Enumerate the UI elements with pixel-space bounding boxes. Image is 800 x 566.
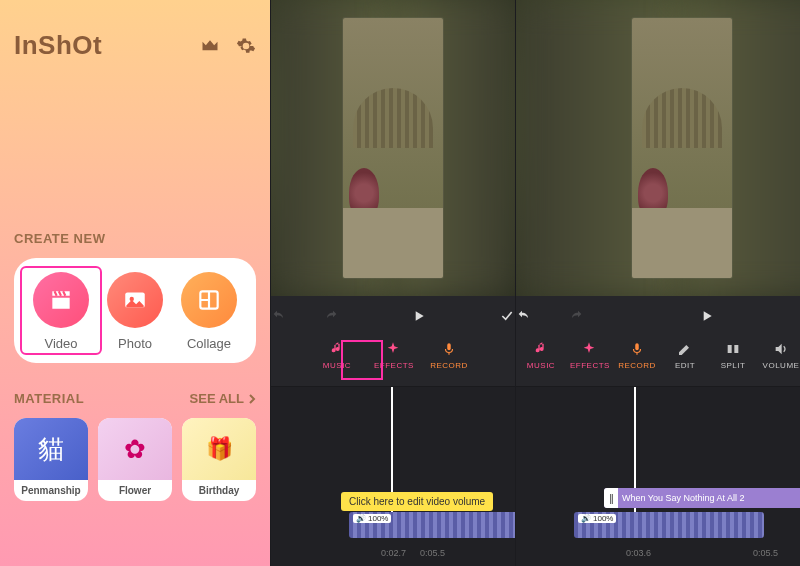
timeline[interactable]: ‖ When You Say Nothing At All 2 🔊 100% 0… <box>516 386 800 566</box>
audio-clip-title: When You Say Nothing At All 2 <box>622 493 745 503</box>
create-label: Video <box>24 336 98 351</box>
redo-icon[interactable] <box>323 308 339 324</box>
video-clip[interactable]: 🔊 100% <box>349 512 519 538</box>
split-icon <box>714 340 752 358</box>
undo-icon[interactable] <box>271 308 287 324</box>
material-label: Birthday <box>182 480 256 501</box>
material-thumb: 貓 <box>14 418 88 480</box>
material-card-birthday[interactable]: 🎁 Birthday <box>182 418 256 501</box>
confirm-icon[interactable] <box>499 308 515 324</box>
volume-hint[interactable]: Click here to edit video volume <box>341 492 493 511</box>
pencil-icon <box>666 340 704 358</box>
tool-record[interactable]: RECORD <box>618 340 656 370</box>
material-label: Penmanship <box>14 480 88 501</box>
app-logo: InShOt <box>14 30 102 61</box>
time-ruler: 0:02.70:05.5 <box>271 548 515 558</box>
brand-row: InShOt <box>14 30 256 61</box>
svg-rect-5 <box>728 345 732 353</box>
playback-row <box>271 296 515 336</box>
material-card-flower[interactable]: ✿ Flower <box>98 418 172 501</box>
sidebar: InShOt CREATE NEW Video Photo <box>0 0 270 566</box>
create-collage-button[interactable]: Collage <box>172 272 246 351</box>
material-thumb: 🎁 <box>182 418 256 480</box>
video-preview[interactable] <box>516 0 800 296</box>
play-button[interactable] <box>411 308 427 324</box>
undo-button[interactable] <box>516 308 532 324</box>
tool-split[interactable]: SPLIT <box>714 340 752 370</box>
volume-badge: 🔊 100% <box>578 514 616 523</box>
create-photo-button[interactable]: Photo <box>98 272 172 351</box>
tool-volume[interactable]: VOLUME <box>762 340 800 370</box>
play-button[interactable] <box>699 308 715 324</box>
material-card-penmanship[interactable]: 貓 Penmanship <box>14 418 88 501</box>
audio-clip[interactable]: ‖ When You Say Nothing At All 2 <box>604 488 800 508</box>
time-ruler: 0:03.60:05.5 <box>516 548 800 558</box>
material-label: Flower <box>98 480 172 501</box>
editor-panel-right: MUSIC EFFECTS RECORD EDIT SPLIT VOLUME <box>515 0 800 566</box>
mic-icon <box>618 340 656 358</box>
tool-music[interactable]: MUSIC <box>522 340 560 370</box>
highlight-music <box>341 340 383 380</box>
video-preview[interactable] <box>271 0 515 296</box>
svg-rect-3 <box>447 343 451 350</box>
tool-row: MUSIC EFFECTS RECORD EDIT SPLIT VOLUME <box>516 336 800 386</box>
video-clip[interactable]: 🔊 100% <box>574 512 764 538</box>
material-thumb: ✿ <box>98 418 172 480</box>
chevron-right-icon <box>248 394 256 404</box>
photo-icon <box>107 272 163 328</box>
create-new-card: Video Photo Collage <box>14 258 256 363</box>
see-all-button[interactable]: SEE ALL <box>190 391 256 406</box>
video-frame <box>343 18 443 278</box>
editor-panel-left: MUSIC EFFECTS RECORD Click here to edit … <box>270 0 515 566</box>
tool-effects[interactable]: EFFECTS <box>570 340 608 370</box>
svg-rect-4 <box>635 343 639 350</box>
material-heading: MATERIAL <box>14 391 84 406</box>
gear-icon[interactable] <box>236 36 256 56</box>
tool-record[interactable]: RECORD <box>430 340 468 370</box>
volume-badge: 🔊 100% <box>353 514 391 523</box>
create-label: Collage <box>172 336 246 351</box>
clip-handle[interactable]: ‖ <box>604 488 618 508</box>
speaker-icon <box>762 340 800 358</box>
tool-row: MUSIC EFFECTS RECORD <box>271 336 515 386</box>
clapperboard-icon <box>33 272 89 328</box>
video-frame <box>632 18 732 278</box>
create-label: Photo <box>98 336 172 351</box>
crown-icon[interactable] <box>200 36 220 56</box>
collage-icon <box>181 272 237 328</box>
tool-edit[interactable]: EDIT <box>666 340 704 370</box>
sparkle-icon <box>570 340 608 358</box>
timeline[interactable]: Click here to edit video volume 🔊 100% 0… <box>271 386 515 566</box>
redo-button[interactable] <box>568 308 584 324</box>
create-video-button[interactable]: Video <box>24 272 98 351</box>
playback-row <box>516 296 800 336</box>
material-list: 貓 Penmanship ✿ Flower 🎁 Birthday <box>14 418 256 501</box>
editor-area: MUSIC EFFECTS RECORD Click here to edit … <box>270 0 800 566</box>
music-note-icon <box>522 340 560 358</box>
svg-rect-6 <box>734 345 738 353</box>
mic-icon <box>430 340 468 358</box>
create-new-heading: CREATE NEW <box>14 231 256 246</box>
